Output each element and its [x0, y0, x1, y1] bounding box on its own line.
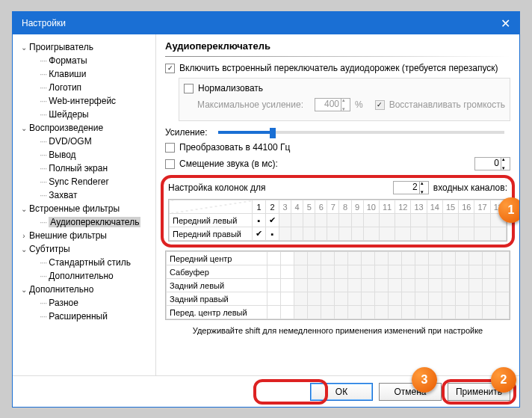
matrix-cell[interactable]	[442, 227, 458, 241]
matrix-cell[interactable]	[308, 292, 321, 306]
matrix-cell[interactable]	[363, 227, 379, 241]
matrix-cell[interactable]	[429, 279, 442, 292]
matrix-cell[interactable]	[281, 279, 294, 292]
matrix-cell[interactable]	[411, 214, 427, 227]
matrix-cell[interactable]	[395, 227, 411, 241]
matrix-cell[interactable]	[362, 292, 375, 306]
convert-44100-checkbox[interactable]	[165, 143, 175, 153]
matrix-cell[interactable]	[281, 252, 294, 265]
matrix-cell[interactable]	[456, 306, 469, 319]
matrix-cell[interactable]	[402, 292, 415, 306]
matrix-cell[interactable]	[496, 265, 510, 279]
matrix-cell[interactable]	[427, 214, 442, 227]
chevron-right-icon[interactable]: ›	[19, 232, 29, 240]
matrix-cell[interactable]	[442, 306, 456, 319]
matrix-cell[interactable]	[474, 227, 490, 241]
matrix-cell[interactable]	[294, 279, 308, 292]
close-icon[interactable]: ✕	[501, 16, 510, 31]
matrix-cell[interactable]	[291, 227, 303, 241]
tree-item[interactable]: ····Логотип	[16, 81, 152, 94]
matrix-cell[interactable]	[402, 306, 415, 319]
matrix-cell[interactable]	[348, 252, 362, 265]
matrix-cell[interactable]	[348, 306, 362, 319]
matrix-cell[interactable]	[315, 227, 327, 241]
tree-item[interactable]: ····Вывод	[16, 148, 152, 162]
tree-item[interactable]: ⌄Воспроизведение	[16, 121, 152, 135]
tree-item[interactable]: ····DVD/OGM	[16, 135, 152, 148]
matrix-cell[interactable]	[389, 252, 402, 265]
matrix-cell[interactable]	[442, 265, 456, 279]
tree-item[interactable]: ····Разное	[16, 296, 152, 310]
matrix-cell[interactable]	[294, 265, 308, 279]
tree-item[interactable]: ⌄Субтитры	[16, 242, 152, 256]
matrix-cell[interactable]	[335, 252, 348, 265]
tree-item[interactable]: ····Полный экран	[16, 162, 152, 175]
matrix-cell[interactable]	[469, 279, 483, 292]
matrix-cell[interactable]	[362, 306, 375, 319]
nav-tree[interactable]: ⌄Проигрыватель····Форматы····Клавиши····…	[13, 34, 156, 375]
matrix-cell[interactable]	[469, 292, 483, 306]
chevron-down-icon[interactable]: ⌄	[19, 245, 29, 253]
matrix-cell[interactable]	[267, 292, 281, 306]
gain-slider[interactable]	[218, 131, 504, 134]
matrix-cell[interactable]	[415, 252, 429, 265]
matrix-cell[interactable]	[315, 214, 327, 227]
matrix-cell[interactable]	[389, 292, 402, 306]
matrix-cell[interactable]	[427, 227, 442, 241]
matrix-cell[interactable]	[281, 292, 294, 306]
matrix-cell[interactable]	[456, 265, 469, 279]
matrix-cell[interactable]	[483, 306, 496, 319]
matrix-cell[interactable]	[442, 279, 456, 292]
tree-item[interactable]: ····Захват	[16, 188, 152, 202]
tree-item[interactable]: ····Расширенный	[16, 310, 152, 323]
matrix-cell[interactable]	[267, 279, 281, 292]
matrix-cell[interactable]	[327, 214, 339, 227]
tree-item[interactable]: ····Клавиши	[16, 67, 152, 81]
matrix-cell[interactable]	[375, 279, 389, 292]
tree-item[interactable]: ····Форматы	[16, 54, 152, 67]
matrix-cell[interactable]	[294, 306, 308, 319]
matrix-cell[interactable]	[335, 292, 348, 306]
matrix-cell[interactable]	[321, 279, 335, 292]
matrix-cell[interactable]	[267, 265, 281, 279]
matrix-cell[interactable]	[335, 279, 348, 292]
matrix-cell[interactable]	[442, 292, 456, 306]
tree-item[interactable]: ⌄Встроенные фильтры	[16, 202, 152, 215]
matrix-cell[interactable]	[267, 306, 281, 319]
audio-shift-checkbox[interactable]	[165, 159, 175, 169]
matrix-cell[interactable]	[496, 252, 510, 265]
matrix-cell[interactable]	[303, 214, 315, 227]
tree-item[interactable]: ⌄Проигрыватель	[16, 40, 152, 54]
matrix-cell[interactable]	[362, 279, 375, 292]
matrix-cell[interactable]	[351, 214, 363, 227]
tree-item[interactable]: ····Стандартный стиль	[16, 256, 152, 269]
matrix-cell[interactable]	[348, 265, 362, 279]
matrix-cell[interactable]	[459, 227, 474, 241]
matrix-cell[interactable]	[402, 252, 415, 265]
matrix-cell[interactable]	[429, 292, 442, 306]
matrix-cell[interactable]	[321, 292, 335, 306]
matrix-cell[interactable]	[308, 265, 321, 279]
matrix-cell[interactable]	[496, 306, 510, 319]
matrix-cell[interactable]	[389, 265, 402, 279]
matrix-cell[interactable]	[429, 265, 442, 279]
tree-item[interactable]: ····Дополнительно	[16, 269, 152, 283]
matrix-cell[interactable]	[327, 227, 339, 241]
matrix-cell[interactable]	[469, 252, 483, 265]
matrix-cell[interactable]	[339, 214, 351, 227]
matrix-cell[interactable]	[402, 265, 415, 279]
matrix-cell[interactable]	[321, 252, 335, 265]
matrix-cell[interactable]	[321, 306, 335, 319]
matrix-cell[interactable]	[456, 292, 469, 306]
matrix-cell[interactable]	[415, 265, 429, 279]
matrix-cell[interactable]	[429, 306, 442, 319]
matrix-cell[interactable]	[303, 227, 315, 241]
chevron-down-icon[interactable]: ⌄	[19, 286, 29, 294]
matrix-cell[interactable]	[294, 252, 308, 265]
matrix-cell[interactable]	[279, 227, 291, 241]
chevron-down-icon[interactable]: ⌄	[19, 205, 29, 213]
matrix-cell[interactable]	[375, 292, 389, 306]
chevron-down-icon[interactable]: ⌄	[19, 124, 29, 132]
maxgain-input[interactable]: 400	[315, 98, 350, 111]
matrix-cell[interactable]	[348, 279, 362, 292]
